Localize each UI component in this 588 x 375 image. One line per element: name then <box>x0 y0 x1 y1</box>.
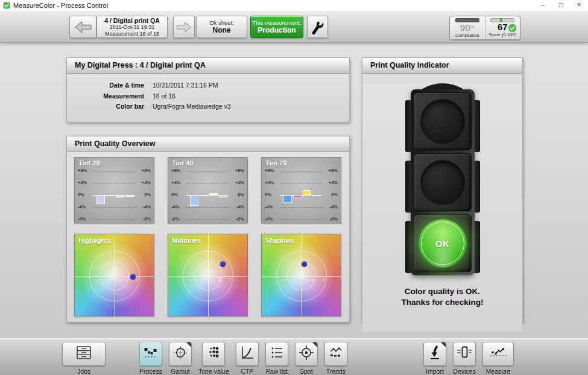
app-logo-icon <box>3 2 10 9</box>
zero-line <box>280 195 323 196</box>
compliance-bar <box>455 18 479 22</box>
compliance-metric: 90% Compliance <box>450 16 485 39</box>
bottom-toolbar: JobsProcessGamutTone valueCTPRaw listSpo… <box>0 338 588 375</box>
info-row-date-time: Date & time 10/31/2011 7:31:16 PM <box>67 80 349 91</box>
y-tick-label: +8% <box>329 168 338 173</box>
minimize-button[interactable]: – <box>534 0 552 11</box>
this-measurement-label: This measurement: <box>252 19 301 26</box>
press-info-panel: My Digital Press : 4 / Digital print QA … <box>66 57 350 123</box>
info-value: 10/31/2011 7:31:16 PM <box>153 80 218 91</box>
this-measurement-value: Production <box>258 26 296 34</box>
measure-icon <box>488 346 508 362</box>
toolbar-button-process[interactable] <box>139 342 162 366</box>
toolbar-item-spot: Spot <box>295 342 318 375</box>
toolbar-button-measure[interactable] <box>482 342 514 366</box>
toolbar-item-import: Import <box>423 342 446 375</box>
indicator-message-line1: Color quality is OK. <box>362 286 522 297</box>
y-tick-label: -8% <box>171 216 179 222</box>
overview-title: Print Quality Overview <box>67 136 349 152</box>
y-tick-label: -4% <box>265 204 273 210</box>
toolbar-button-tone-value[interactable] <box>202 342 225 366</box>
toolbar-label-import: Import <box>426 368 444 375</box>
tolerance-circle-label: 3 <box>312 278 314 282</box>
info-row-measurement: Measurement 16 of 16 <box>67 91 349 102</box>
info-label: Color bar <box>67 101 144 112</box>
window-title: MeasureColor - Process Control <box>13 2 108 9</box>
toolbar-button-raw-list[interactable] <box>265 342 288 366</box>
main-content: My Digital Press : 4 / Digital print QA … <box>0 42 588 338</box>
toolbar-item-devices: Devices <box>453 342 476 375</box>
y-tick-label: +8% <box>78 168 87 173</box>
this-measurement-button[interactable]: This measurement: Production <box>250 16 303 38</box>
y-tick-label: -8% <box>236 216 244 222</box>
previous-measurement-button[interactable] <box>69 16 96 38</box>
gridline <box>93 183 136 184</box>
toolbar-button-ctp[interactable] <box>236 342 259 366</box>
bar-cyan <box>190 195 198 206</box>
measurement-dot <box>302 261 307 267</box>
ok-sheet-button[interactable]: Ok sheet: None <box>196 16 247 38</box>
gamut-charts-row: 37Highlights37Midtones37Shadows <box>74 234 341 316</box>
toolbar-button-jobs[interactable] <box>62 342 106 366</box>
toolbar-button-spot[interactable] <box>295 342 318 366</box>
zero-line <box>186 195 229 196</box>
y-tick-label: -8% <box>265 216 273 222</box>
gridline <box>186 207 229 208</box>
y-tick-label: 0% <box>238 192 244 197</box>
y-tick-label: -4% <box>236 204 244 210</box>
traffic-light-body: OK <box>411 89 475 275</box>
info-row-color-bar: Color bar Ugra/Fogra Mediawedge v3 <box>67 101 349 112</box>
import-icon <box>428 345 442 363</box>
toolbar-button-devices[interactable] <box>453 342 476 366</box>
current-job-info[interactable]: 4 / Digital print QA 2011-Oct-31 19:31 M… <box>96 16 168 38</box>
toolbar-item-tone-value: Tone value <box>198 342 229 375</box>
gamut-chart-midtones: 37Midtones <box>168 234 248 316</box>
gridline <box>280 207 323 208</box>
toolbar-button-trends[interactable] <box>324 342 347 366</box>
toolbar-label-measure: Measure <box>486 368 511 375</box>
gamut-chart-shadows: 37Shadows <box>261 234 341 316</box>
gridline <box>93 207 136 208</box>
y-tick-label: +4% <box>142 180 151 185</box>
y-tick-label: -4% <box>171 204 179 210</box>
app-window: MeasureColor - Process Control – □ × 4 /… <box>0 0 588 375</box>
traffic-light: OK <box>397 83 488 283</box>
toolbar-item-measure: Measure <box>482 342 514 375</box>
chart-title: Tint 20 <box>78 159 100 167</box>
job-date: 2011-Oct-31 19:31 <box>110 24 154 31</box>
top-toolbar: 4 / Digital print QA 2011-Oct-31 19:31 M… <box>0 11 588 43</box>
indicator-title: Print Quality Indicator <box>362 58 522 74</box>
tone-value-icon <box>206 345 221 362</box>
gridline <box>280 219 323 220</box>
tolerance-circle-label: 7 <box>229 278 232 282</box>
tint-chart-tint-20: Tint 20+8%+8%+4%+4%0%0%-4%-4%-8%-8% <box>74 157 154 223</box>
next-measurement-button[interactable] <box>173 16 195 38</box>
arrow-right-icon <box>176 21 192 34</box>
maximize-button[interactable]: □ <box>552 0 570 11</box>
y-tick-label: +4% <box>329 180 338 185</box>
close-button[interactable]: × <box>570 0 588 11</box>
tolerance-circle-label: 3 <box>125 278 127 282</box>
score-label: Score (0-100) <box>488 32 516 37</box>
raw-list-icon <box>270 345 284 362</box>
red-light-cell <box>414 92 472 150</box>
bottom-toolbar-left: JobsProcessGamutTone valueCTPRaw listSpo… <box>62 342 354 375</box>
toolbar-button-gamut[interactable] <box>169 342 192 366</box>
y-tick-label: 0% <box>171 192 178 197</box>
bar-yellow <box>303 190 311 195</box>
compliance-unit: % <box>470 24 475 30</box>
y-tick-label: +4% <box>265 180 274 185</box>
toolbar-button-import[interactable] <box>423 342 446 366</box>
info-value: Ugra/Fogra Mediawedge v3 <box>153 101 231 112</box>
toolbar-label-gamut: Gamut <box>171 368 190 375</box>
toolbar-item-jobs: Jobs <box>62 342 106 375</box>
process-icon <box>144 346 158 362</box>
toolbar-label-devices: Devices <box>453 368 475 375</box>
y-tick-label: -8% <box>143 216 151 222</box>
gridline <box>280 183 323 184</box>
trends-icon <box>328 346 344 362</box>
toolbar-item-ctp: CTP <box>236 342 259 375</box>
job-measurement: Measurement 16 of 16 <box>105 31 159 37</box>
settings-button[interactable] <box>307 16 328 38</box>
quality-metrics: 90% Compliance 67 Score (0-100) <box>449 16 520 40</box>
